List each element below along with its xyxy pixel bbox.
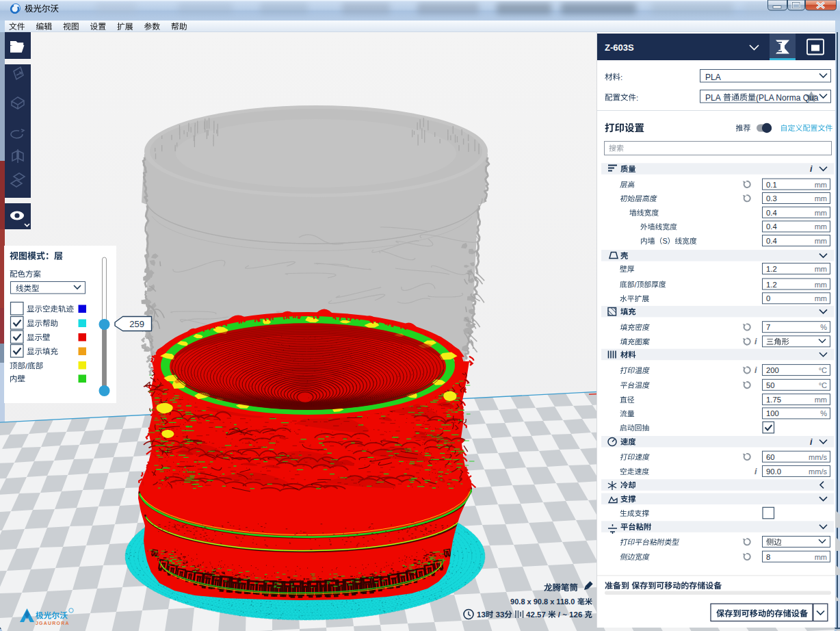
svg-text:S: S — [662, 237, 667, 245]
svg-text:1.2: 1.2 — [766, 281, 777, 289]
svg-text:0.3: 0.3 — [766, 194, 777, 203]
svg-text:mm: mm — [815, 181, 827, 189]
svg-text:0.4: 0.4 — [766, 237, 777, 245]
svg-text:mm: mm — [815, 194, 827, 203]
svg-text:mm: mm — [815, 237, 827, 245]
svg-text:7: 7 — [766, 323, 770, 331]
svg-text:33: 33 — [493, 610, 504, 619]
svg-text:1.75: 1.75 — [766, 396, 781, 404]
svg-text:42.57: 42.57 — [526, 610, 548, 619]
svg-text:i: i — [810, 164, 813, 174]
svg-text:/: / — [635, 281, 637, 289]
svg-text:13: 13 — [477, 610, 486, 619]
svg-text:PLA: PLA — [705, 93, 722, 103]
svg-text:0.4: 0.4 — [766, 222, 777, 231]
svg-text:mm/s: mm/s — [809, 467, 827, 476]
svg-text:PLA: PLA — [705, 73, 721, 82]
svg-text:JGAURORA: JGAURORA — [36, 621, 70, 626]
svg-text:Z-603S: Z-603S — [605, 42, 634, 53]
svg-text:i: i — [754, 467, 757, 476]
svg-text:mm: mm — [815, 222, 827, 231]
svg-text:%: % — [820, 409, 827, 417]
svg-text:°C: °C — [819, 381, 827, 389]
svg-text:i: i — [754, 337, 757, 346]
svg-text:mm: mm — [815, 553, 827, 561]
svg-text:100: 100 — [766, 409, 779, 417]
svg-text:mm: mm — [815, 294, 827, 302]
svg-text:90.0: 90.0 — [766, 467, 781, 476]
svg-text:0: 0 — [766, 294, 770, 302]
svg-text:0.1: 0.1 — [766, 181, 777, 189]
svg-text:i: i — [754, 365, 757, 375]
svg-text:mm/s: mm/s — [809, 453, 827, 461]
svg-text:%: % — [820, 323, 827, 331]
svg-text:°C: °C — [819, 366, 827, 374]
svg-text:60: 60 — [766, 453, 775, 461]
svg-text::: : — [636, 94, 638, 102]
svg-text:mm: mm — [815, 265, 827, 273]
svg-text:1.2: 1.2 — [766, 265, 777, 273]
svg-text:mm: mm — [815, 396, 827, 404]
svg-text:50: 50 — [766, 381, 775, 389]
svg-text:259: 259 — [129, 319, 144, 329]
svg-text:i: i — [810, 437, 813, 447]
svg-text:90.8 x 90.8 x 118.0: 90.8 x 90.8 x 118.0 — [510, 597, 577, 606]
svg-text:8: 8 — [766, 553, 770, 561]
svg-text:(PLA Norma Qua: (PLA Norma Qua — [756, 93, 819, 103]
svg-text:mm: mm — [815, 209, 827, 217]
svg-text:200: 200 — [766, 366, 779, 374]
svg-text:/ ~ 126: / ~ 126 — [556, 610, 585, 619]
svg-text:mm: mm — [815, 281, 827, 289]
svg-text:0.4: 0.4 — [766, 209, 777, 217]
svg-text::: : — [620, 73, 622, 81]
